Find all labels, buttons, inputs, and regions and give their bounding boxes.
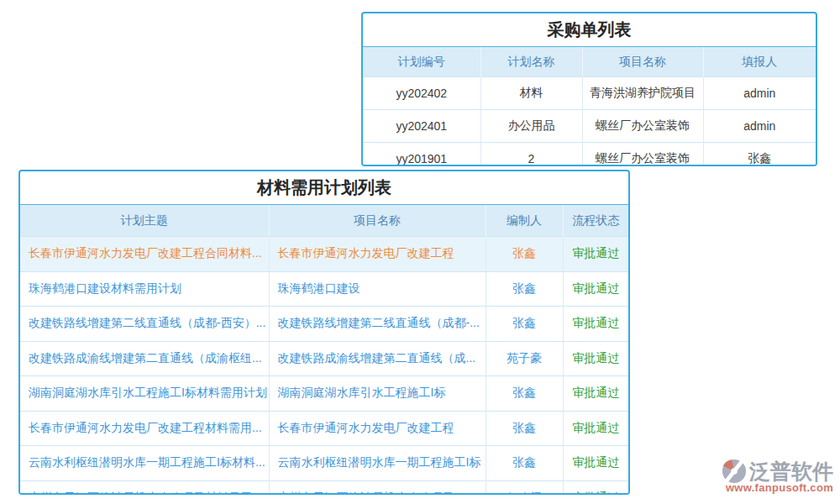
table-row[interactable]: 广州市天河区统计局机房改造项目材料需用...广州市天河区统计局机房改造项目任晓渠… (20, 480, 628, 495)
author-link[interactable]: 张鑫 (486, 237, 563, 272)
material-plan-list-title: 材料需用计划列表 (20, 171, 628, 205)
status-text: 审批通过 (563, 446, 628, 481)
column-header-plan-number: 计划编号 (363, 47, 480, 77)
column-header-reporter: 填报人 (703, 47, 816, 77)
cell-reporter: admin (703, 110, 816, 143)
brand-name: 泛普软件 (749, 459, 833, 484)
column-header-project-name: 项目名称 (582, 47, 703, 77)
watermark: 泛普软件 www.fanpusoft.com (702, 459, 833, 494)
project-name-link[interactable]: 改建铁路线增建第二线直通线（成都-... (269, 307, 486, 342)
purchase-order-table: 计划编号 计划名称 项目名称 填报人 yy202402材料青海洪湖养护院项目ad… (363, 47, 816, 166)
plan-subject-link[interactable]: 广州市天河区统计局机房改造项目材料需用... (20, 480, 269, 495)
plan-subject-link[interactable]: 长春市伊通河水力发电厂改建工程材料需用... (20, 411, 269, 446)
plan-table-body: 长春市伊通河水力发电厂改建工程合同材料...长春市伊通河水力发电厂改建工程张鑫审… (20, 237, 628, 496)
author-link[interactable]: 张鑫 (486, 376, 563, 412)
status-text: 审批通过 (563, 237, 628, 272)
author-link[interactable]: 张鑫 (486, 271, 563, 307)
material-plan-list-card: 材料需用计划列表 计划主题 项目名称 编制人 流程状态 长春市伊通河水力发电厂改… (18, 170, 630, 495)
cell-plan-name: 材料 (480, 77, 582, 110)
status-text: 审批通过 (563, 411, 628, 446)
plan-subject-link[interactable]: 珠海鹤港口建设材料需用计划 (20, 271, 269, 307)
author-link[interactable]: 张鑫 (486, 307, 563, 342)
cell-plan-number: yy202402 (363, 77, 480, 110)
project-name-link[interactable]: 改建铁路成渝线增建第二直通线（成... (269, 341, 486, 376)
table-row[interactable]: 长春市伊通河水力发电厂改建工程材料需用...长春市伊通河水力发电厂改建工程张鑫审… (20, 411, 628, 446)
cell-reporter: 张鑫 (703, 143, 816, 167)
cell-plan-name: 办公用品 (480, 110, 582, 143)
plan-subject-link[interactable]: 湖南洞庭湖水库引水工程施工I标材料需用计划 (20, 376, 269, 412)
author-link[interactable]: 任晓渠 (486, 480, 563, 495)
purchase-order-list-card: 采购单列表 计划编号 计划名称 项目名称 填报人 yy202402材料青海洪湖养… (361, 12, 817, 166)
table-row[interactable]: yy202401办公用品螺丝厂办公室装饰admin (363, 110, 816, 143)
project-name-link[interactable]: 珠海鹤港口建设 (269, 271, 486, 307)
purchase-list-title: 采购单列表 (363, 13, 816, 47)
table-row[interactable]: 珠海鹤港口建设材料需用计划珠海鹤港口建设张鑫审批通过 (20, 271, 628, 307)
cell-project-name: 螺丝厂办公室装饰 (582, 143, 703, 167)
author-link[interactable]: 张鑫 (486, 411, 563, 446)
author-link[interactable]: 苑子豪 (486, 341, 563, 376)
plan-header-row: 计划主题 项目名称 编制人 流程状态 (20, 205, 628, 237)
plan-subject-link[interactable]: 改建铁路线增建第二线直通线（成都-西安）... (20, 307, 269, 342)
plan-subject-link[interactable]: 长春市伊通河水力发电厂改建工程合同材料... (20, 237, 269, 272)
table-row[interactable]: 长春市伊通河水力发电厂改建工程合同材料...长春市伊通河水力发电厂改建工程张鑫审… (20, 237, 628, 272)
status-text: 审批通过 (563, 271, 628, 307)
project-name-link[interactable]: 湖南洞庭湖水库引水工程施工I标 (269, 376, 486, 412)
table-row[interactable]: yy202402材料青海洪湖养护院项目admin (363, 77, 816, 110)
status-text: 审批通过 (563, 376, 628, 412)
material-plan-table: 计划主题 项目名称 编制人 流程状态 长春市伊通河水力发电厂改建工程合同材料..… (20, 205, 628, 495)
table-row[interactable]: yy2019012螺丝厂办公室装饰张鑫 (363, 143, 816, 167)
cell-project-name: 青海洪湖养护院项目 (582, 77, 703, 110)
project-name-link[interactable]: 长春市伊通河水力发电厂改建工程 (269, 237, 486, 272)
column-header-plan-name: 计划名称 (480, 47, 582, 77)
cell-reporter: admin (703, 77, 816, 110)
cell-project-name: 螺丝厂办公室装饰 (582, 110, 703, 143)
project-name-link[interactable]: 长春市伊通河水力发电厂改建工程 (269, 411, 486, 446)
cell-plan-name: 2 (480, 143, 582, 167)
column-header-project-name: 项目名称 (269, 205, 486, 237)
column-header-plan-subject: 计划主题 (20, 205, 269, 237)
project-name-link[interactable]: 广州市天河区统计局机房改造项目 (269, 480, 486, 495)
brand-row: 泛普软件 (702, 459, 833, 484)
author-link[interactable]: 张鑫 (486, 446, 563, 481)
plan-subject-link[interactable]: 云南水利枢纽潜明水库一期工程施工I标材料... (20, 446, 269, 481)
project-name-link[interactable]: 云南水利枢纽潜明水库一期工程施工I标 (269, 446, 486, 481)
column-header-author: 编制人 (486, 205, 563, 237)
status-text: 审批通过 (563, 341, 628, 376)
purchase-header-row: 计划编号 计划名称 项目名称 填报人 (363, 47, 816, 77)
table-row[interactable]: 改建铁路成渝线增建第二直通线（成渝枢纽...改建铁路成渝线增建第二直通线（成..… (20, 341, 628, 376)
purchase-table-body: yy202402材料青海洪湖养护院项目adminyy202401办公用品螺丝厂办… (363, 77, 816, 167)
column-header-flow-status: 流程状态 (563, 205, 628, 237)
table-row[interactable]: 改建铁路线增建第二线直通线（成都-西安）...改建铁路线增建第二线直通线（成都-… (20, 307, 628, 342)
plan-subject-link[interactable]: 改建铁路成渝线增建第二直通线（成渝枢纽... (20, 341, 269, 376)
table-row[interactable]: 云南水利枢纽潜明水库一期工程施工I标材料...云南水利枢纽潜明水库一期工程施工I… (20, 446, 628, 481)
table-row[interactable]: 湖南洞庭湖水库引水工程施工I标材料需用计划湖南洞庭湖水库引水工程施工I标张鑫审批… (20, 376, 628, 412)
fanpu-logo-icon (722, 459, 747, 484)
status-text: 审批通过 (563, 307, 628, 342)
cell-plan-number: yy201901 (363, 143, 480, 167)
cell-plan-number: yy202401 (363, 110, 480, 143)
status-text: 审批通过 (563, 480, 628, 495)
